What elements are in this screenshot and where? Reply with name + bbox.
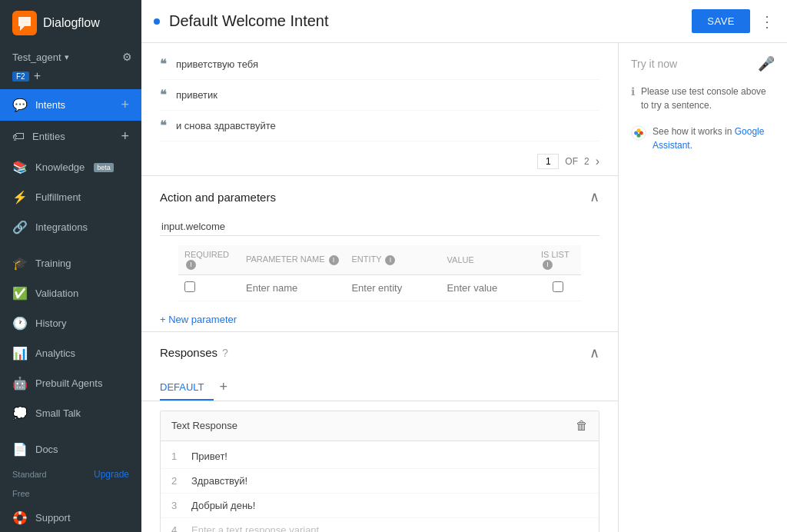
add-agent-icon[interactable]: + — [34, 69, 41, 83]
info-text: Please use test console above to try a s… — [641, 85, 775, 112]
response-rows: 1 Привет! 2 Здравствуй! 3 Добрый день! — [161, 441, 599, 532]
sidebar-item-smalltalk[interactable]: 💭 Small Talk — [0, 398, 141, 428]
islist-info-icon[interactable]: i — [543, 260, 553, 270]
validation-icon: ✅ — [12, 286, 28, 301]
integrations-icon: 🔗 — [12, 220, 28, 234]
sidebar-item-support[interactable]: 🛟 Support — [0, 503, 141, 532]
required-checkbox[interactable] — [184, 281, 195, 292]
response-row-2: 2 Здравствуй! — [161, 469, 599, 494]
standard-row: Standard Upgrade — [0, 464, 141, 484]
knowledge-badge: beta — [94, 163, 114, 172]
add-intent-icon[interactable]: + — [121, 97, 129, 113]
responses-section-header[interactable]: Responses ? ∧ — [141, 332, 618, 374]
sidebar-item-validation[interactable]: ✅ Validation — [0, 278, 141, 308]
response-placeholder[interactable]: Enter a text response variant — [191, 524, 319, 532]
phrase-text[interactable]: и снова здравствуйте — [176, 120, 276, 131]
try-it-header: Try it now 🎤 — [631, 55, 775, 72]
main-scroll: ❝ приветствую тебя ❝ приветик ❝ и снова … — [141, 43, 618, 532]
responses-section-title: Responses — [160, 346, 218, 359]
svg-point-2 — [632, 126, 646, 140]
agent-name: Test_agent — [12, 52, 61, 63]
free-row: Free — [0, 484, 141, 503]
add-entity-icon[interactable]: + — [121, 128, 129, 145]
google-assistant-icon — [631, 125, 646, 141]
delete-text-response-icon[interactable]: 🗑 — [576, 419, 588, 433]
action-input[interactable] — [160, 218, 599, 236]
total-pages: 2 — [584, 156, 589, 167]
svg-point-5 — [637, 128, 641, 132]
action-parameters-section: Action and parameters ∧ REQUIRED i — [141, 176, 618, 332]
sidebar-item-label: Small Talk — [35, 407, 81, 419]
param-value-input[interactable] — [447, 282, 529, 294]
param-name-info-icon[interactable]: i — [329, 255, 339, 265]
info-box: ℹ Please use test console above to try a… — [631, 85, 775, 112]
list-item: ❝ и снова здравствуйте — [160, 111, 599, 141]
logo-area: Dialogflow — [0, 0, 141, 46]
tier-label: Free — [12, 489, 30, 498]
pagination-row: OF 2 › — [141, 148, 618, 175]
sidebar-item-prebuilt[interactable]: 🤖 Prebuilt Agents — [0, 368, 141, 398]
sidebar-item-intents[interactable]: 💬 Intents + — [0, 89, 141, 121]
response-text[interactable]: Добрый день! — [191, 500, 255, 511]
action-section-header[interactable]: Action and parameters ∧ — [141, 176, 618, 218]
sidebar-item-history[interactable]: 🕐 History — [0, 308, 141, 338]
param-name-input[interactable] — [246, 282, 339, 294]
sidebar-item-docs[interactable]: 📄 Docs — [0, 434, 141, 464]
main-area: Default Welcome Intent SAVE ⋮ ❝ приветст… — [141, 0, 787, 532]
training-phrases-section: ❝ приветствую тебя ❝ приветик ❝ и снова … — [141, 43, 618, 176]
responses-help-icon[interactable]: ? — [222, 347, 228, 359]
tab-bar: DEFAULT + — [141, 374, 618, 401]
save-button[interactable]: SAVE — [692, 9, 750, 33]
content-area: ❝ приветствую тебя ❝ приветик ❝ и снова … — [141, 43, 787, 532]
value-header: VALUE — [441, 245, 535, 274]
svg-point-6 — [637, 134, 641, 138]
required-header: REQUIRED i — [178, 245, 240, 274]
add-tab-icon[interactable]: + — [214, 374, 234, 400]
sidebar-item-label: Prebuilt Agents — [35, 377, 102, 389]
docs-icon: 📄 — [12, 442, 28, 457]
tab-default[interactable]: DEFAULT — [160, 374, 214, 401]
pagination-input[interactable] — [537, 154, 559, 169]
next-page-icon[interactable]: › — [596, 155, 599, 168]
agent-chevron-icon[interactable]: ▾ — [65, 52, 69, 62]
entity-info-icon[interactable]: i — [385, 255, 395, 265]
text-response-header: Text Response 🗑 — [161, 411, 599, 441]
param-entity-input[interactable] — [351, 282, 434, 294]
response-text[interactable]: Здравствуй! — [191, 475, 247, 487]
sidebar-item-label: Integrations — [35, 221, 88, 233]
upgrade-link[interactable]: Upgrade — [94, 469, 129, 480]
response-row-4: 4 Enter a text response variant — [161, 518, 599, 532]
smalltalk-icon: 💭 — [12, 406, 28, 421]
sidebar-item-analytics[interactable]: 📊 Analytics — [0, 338, 141, 368]
sidebar-item-entities[interactable]: 🏷 Entities + — [0, 121, 141, 152]
sidebar-item-label: Fulfillment — [35, 191, 81, 203]
response-row-1: 1 Привет! — [161, 444, 599, 469]
islist-checkbox[interactable] — [553, 281, 563, 292]
more-options-icon[interactable]: ⋮ — [759, 12, 775, 31]
responses-chevron-icon: ∧ — [589, 344, 599, 361]
microphone-icon[interactable]: 🎤 — [758, 55, 775, 72]
knowledge-icon: 📚 — [12, 160, 28, 175]
training-icon: 🎓 — [12, 256, 28, 271]
islist-header: IS LIST i — [535, 245, 581, 274]
sidebar-item-integrations[interactable]: 🔗 Integrations — [0, 212, 141, 242]
agent-row: Test_agent ▾ ⚙ — [0, 46, 141, 68]
right-panel: Try it now 🎤 ℹ Please use test console a… — [618, 43, 787, 532]
sidebar-item-label: Intents — [35, 99, 65, 111]
new-parameter-button[interactable]: + New parameter — [141, 308, 255, 331]
params-table-wrap: REQUIRED i PARAMETER NAME i ENTITY i — [141, 245, 618, 308]
required-info-icon[interactable]: i — [186, 260, 196, 270]
phrase-text[interactable]: приветик — [176, 89, 218, 101]
sidebar-item-knowledge[interactable]: 📚 Knowledge beta — [0, 152, 141, 182]
support-icon: 🛟 — [12, 510, 28, 525]
dialogflow-logo-icon — [12, 11, 37, 35]
response-text[interactable]: Привет! — [191, 451, 227, 462]
logo-text: Dialogflow — [43, 16, 100, 30]
page-title: Default Welcome Intent — [169, 12, 682, 30]
settings-icon[interactable]: ⚙ — [122, 51, 132, 63]
phrase-text[interactable]: приветствую тебя — [176, 58, 258, 70]
fulfillment-icon: ⚡ — [12, 190, 28, 204]
sidebar-item-fulfillment[interactable]: ⚡ Fulfillment — [0, 182, 141, 212]
response-row-3: 3 Добрый день! — [161, 494, 599, 518]
sidebar-item-training[interactable]: 🎓 Training — [0, 248, 141, 278]
